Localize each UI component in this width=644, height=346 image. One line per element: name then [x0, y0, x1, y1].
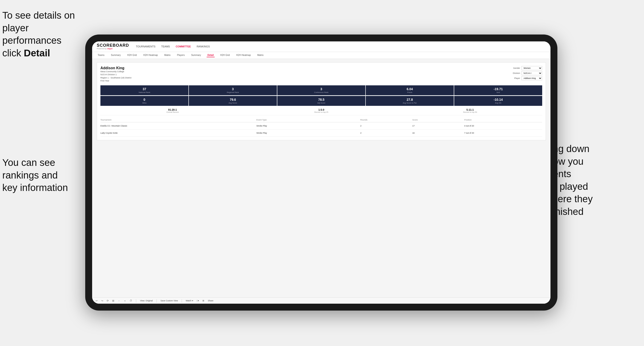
logo-area: SCOREBOARD Powered by clippd — [97, 43, 129, 50]
subnav-summary[interactable]: Summary — [110, 53, 122, 57]
record-top25-label: Record vs top 25 — [249, 111, 394, 113]
player-school: Mesa Community College — [100, 70, 132, 73]
division-label: Division — [510, 72, 520, 74]
row2-position: 7 out of 20 — [464, 132, 542, 134]
toolbar-plus[interactable]: ＋ — [124, 299, 126, 303]
toolbar-save-custom[interactable]: Save Custom View — [160, 300, 178, 302]
subnav-teams[interactable]: Teams — [97, 53, 105, 57]
tablet-screen: SCOREBOARD Powered by clippd TOURNAMENTS… — [92, 41, 550, 304]
row1-tournament: Estella CC- Mountain Classic — [100, 125, 256, 127]
row2-score: 16 — [412, 132, 464, 134]
record-overall-value: 91-20-1 — [100, 108, 244, 111]
stat-adj-score-value: 78.5 — [280, 98, 363, 101]
toolbar-minus[interactable]: － — [118, 299, 120, 303]
stat-avg-sg-value: -10.14 — [456, 98, 540, 101]
subnav-detail[interactable]: Detail — [206, 53, 215, 57]
player-select-label: Player — [510, 77, 520, 79]
annotation-line3-bold: Detail — [24, 48, 50, 58]
gender-row: Gender Women — [510, 66, 542, 70]
records-row: 91-20-1 Overall Record 1-5-0 Record vs t… — [100, 107, 542, 115]
subnav-h2h-heatmap[interactable]: H2H Heatmap — [142, 53, 159, 57]
stat-wins: 0 Wins — [100, 96, 188, 106]
annotation-line2: player performances — [2, 22, 62, 46]
stat-adj-score: 78.5 Adj Score — [277, 96, 365, 106]
subnav-matrix[interactable]: Matrix — [163, 53, 171, 57]
toolbar-undo[interactable]: ↩ — [96, 299, 98, 302]
player-year: First Year — [100, 79, 132, 83]
col-position: Position — [464, 119, 542, 121]
player-select[interactable]: Addison King — [522, 76, 542, 80]
annotation-bl-line2: rankings and — [2, 170, 58, 180]
gender-select[interactable]: Women — [522, 66, 542, 70]
subnav-summary2[interactable]: Summary — [190, 53, 202, 57]
record-top50: 5-11-1 Record vs top 50 — [398, 108, 542, 113]
nav-teams[interactable]: TEAMS — [161, 45, 170, 48]
stats-bar-1: 37 National Rank 3 Regional Rank 3 Confe… — [100, 85, 542, 95]
toolbar-redo[interactable]: ↪ — [101, 299, 103, 302]
row1-position: 4 out of 20 — [464, 125, 542, 127]
record-overall-label: Overall Record — [100, 111, 244, 113]
stat-points-label: Points — [368, 91, 452, 93]
subnav-h2h-grid[interactable]: H2H Grid — [126, 53, 138, 57]
toolbar-grid[interactable]: ⊞ — [112, 299, 114, 302]
top-nav-links: TOURNAMENTS TEAMS COMMITTEE RANKINGS — [136, 45, 210, 48]
stat-regional-rank: 3 Regional Rank — [189, 85, 277, 95]
record-top50-value: 5-11-1 — [398, 108, 542, 111]
tablet-shell: SCOREBOARD Powered by clippd TOURNAMENTS… — [85, 34, 558, 311]
annotation-line1: To see details on — [2, 10, 75, 21]
stat-avg-sg-label: Avg SG — [456, 102, 540, 104]
stat-national-rank-label: National Rank — [103, 91, 186, 93]
annotation-bottomleft: You can see rankings and key information — [2, 157, 90, 194]
bottom-toolbar: ↩ ↪ ⟳ ⊞ － ＋ ⏱ | View: Original | Save Cu… — [92, 298, 550, 304]
table-header: Tournament Event Type Rounds Score Posit… — [100, 118, 542, 122]
table-row: Estella CC- Mountain Classic Stroke Play… — [100, 122, 542, 130]
stat-conference-rank: 3 Conference Rank — [277, 85, 365, 95]
division-select[interactable]: NJCAA I — [522, 71, 542, 75]
stat-wins-label: Wins — [103, 102, 186, 104]
stat-avg-score-par-label: Avg Score to Par — [368, 102, 452, 104]
row2-tournament: Lady Coyote Invite — [100, 132, 256, 134]
stat-sos-value: -19.71 — [456, 87, 540, 91]
player-selectors: Gender Women Division NJCAA I — [510, 66, 542, 80]
nav-committee[interactable]: COMMITTEE — [176, 45, 191, 48]
stat-avg-sg: -10.14 Avg SG — [454, 96, 542, 106]
annotation-bl-line1: You can see — [2, 157, 55, 168]
record-top25: 1-5-0 Record vs top 25 — [249, 108, 394, 113]
toolbar-screen[interactable]: □▾ — [197, 300, 199, 302]
toolbar-refresh[interactable]: ⟳ — [107, 299, 109, 302]
toolbar-sep2: | — [156, 299, 157, 303]
stat-avg-score-value: 79.6 — [191, 98, 274, 101]
toolbar-sep1: | — [136, 299, 136, 303]
player-info: Addison King Mesa Community College NJCA… — [100, 66, 132, 83]
row2-event-type: Stroke Play — [256, 132, 360, 134]
subnav-matrix2[interactable]: Matrix — [256, 53, 264, 57]
stat-national-rank-value: 37 — [103, 87, 186, 91]
player-header: Addison King Mesa Community College NJCA… — [100, 66, 542, 83]
stat-sos-label: SoS — [456, 91, 540, 93]
table-row: Lady Coyote Invite Stroke Play 2 16 7 ou… — [100, 130, 542, 137]
logo-powered: Powered by clippd — [97, 48, 129, 50]
subnav-h2h-grid2[interactable]: H2H Grid — [219, 53, 231, 57]
record-top50-label: Record vs top 50 — [398, 111, 542, 113]
annotation-line3-prefix: click — [2, 48, 24, 58]
toolbar-watch[interactable]: Watch ▾ — [186, 300, 193, 302]
nav-tournaments[interactable]: TOURNAMENTS — [136, 45, 156, 48]
main-content: Addison King Mesa Community College NJCA… — [92, 59, 550, 298]
col-tournament: Tournament — [100, 119, 256, 121]
col-event-type: Event Type — [256, 119, 360, 121]
annotation-bl-line3: key information — [2, 182, 68, 193]
subnav-players[interactable]: Players — [176, 53, 186, 57]
toolbar-share[interactable]: Share — [208, 300, 213, 302]
toolbar-view-original[interactable]: View: Original — [140, 300, 153, 302]
toolbar-clock[interactable]: ⏱ — [130, 299, 132, 302]
subnav-h2h-heatmap2[interactable]: H2H Heatmap — [236, 53, 252, 57]
toolbar-expand[interactable]: ⊞ — [202, 300, 204, 302]
stats-bar-2: 0 Wins 79.6 Avg Score 78.5 Adj Score 2 — [100, 96, 542, 106]
player-region: Region 1 - Southwest (18) District — [100, 76, 132, 80]
stat-regional-rank-label: Regional Rank — [191, 91, 274, 93]
stat-regional-rank-value: 3 — [191, 87, 274, 91]
stat-conference-rank-value: 3 — [280, 87, 363, 91]
stat-wins-value: 0 — [103, 98, 186, 101]
stat-points-value: 6.04 — [368, 87, 452, 91]
nav-rankings[interactable]: RANKINGS — [197, 45, 210, 48]
